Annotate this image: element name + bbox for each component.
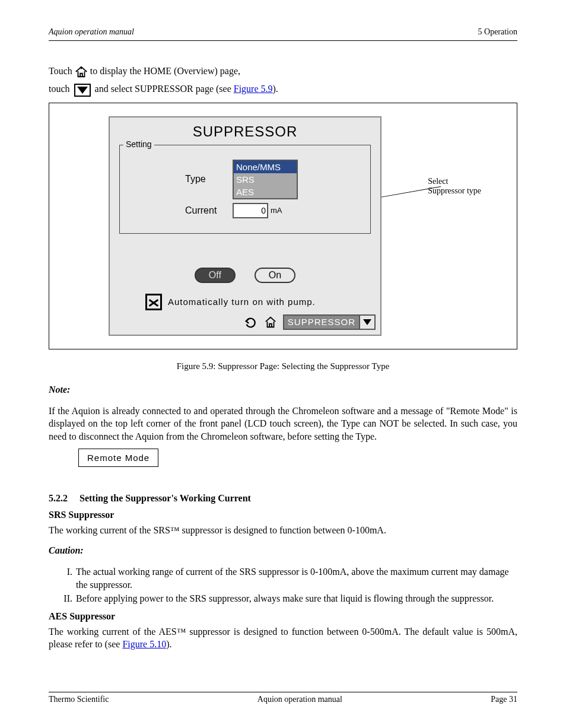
intro-line2: touch and select SUPPRESSOR page (see Fi… [49,82,517,96]
caution-item-2: Before applying power to the SRS suppres… [76,592,517,605]
section-number: 5.2.2 [49,493,68,504]
remote-mode-badge: Remote Mode [78,449,158,467]
dropdown-caret-icon [74,84,91,97]
header-right: 5 Operation [478,27,517,37]
intro-text: touch [49,84,72,94]
type-option-srs[interactable]: SRS [234,173,297,186]
subheading-aes: AES Suppressor [49,611,517,622]
note-title: Note: [49,384,517,395]
page-footer: Thermo Scientific Aquion operation manua… [49,692,517,704]
home-icon [75,65,88,79]
undo-icon[interactable] [243,314,258,330]
onoff-buttons: Off On [110,268,380,283]
annotation-text: Select [428,177,448,186]
chevron-down-icon [359,316,374,329]
aes-body-text: The working current of the AES™ suppress… [49,627,517,650]
suppressor-dialog: SUPPRESSOR Setting Type None/MMS SRS AES… [109,116,381,336]
subheading-srs: SRS Suppressor [49,510,517,520]
page-dropdown[interactable]: SUPPRESSOR [283,314,376,330]
aes-body: The working current of the AES™ suppress… [49,625,517,651]
note-body: If the Aquion is already connected to an… [49,405,517,443]
footer-rule [49,692,517,692]
on-button[interactable]: On [255,268,295,283]
section-title: Setting the Suppressor's Working Current [80,493,251,504]
header-rule [49,40,517,41]
intro-line1: Touch to display the HOME (Overview) pag… [49,65,517,79]
current-row: Current 0 mA [185,203,370,218]
settings-fieldset: Setting Type None/MMS SRS AES Current 0 … [119,145,371,234]
section-heading: 5.2.2 Setting the Suppressor's Working C… [49,493,517,504]
figure-link[interactable]: Figure 5.9 [234,84,273,94]
intro-text: ). [273,84,278,94]
footer-center: Aquion operation manual [257,695,342,704]
current-unit: mA [271,206,282,215]
figure-frame: Select Suppressor type SUPPRESSOR Settin… [49,103,517,349]
type-label: Type [185,174,233,185]
footer-left: Thermo Scientific [49,695,109,704]
figure-annotation: Select Suppressor type [428,177,481,196]
page-dropdown-value: SUPPRESSOR [284,316,359,329]
caution-list: The actual working range of current of t… [49,565,517,605]
intro-text: to display the HOME (Overview) page, [90,66,240,76]
fieldset-legend: Setting [123,139,154,149]
auto-on-label: Automatically turn on with pump. [168,297,316,307]
type-option-aes[interactable]: AES [234,186,297,198]
type-option-none[interactable]: None/MMS [234,161,297,173]
header-left: Aquion operation manual [49,27,134,37]
intro-text: and select SUPPRESSOR page (see [95,84,234,94]
figure-link-2[interactable]: Figure 5.10 [122,639,166,649]
intro-text: Touch [49,66,75,76]
home-icon-small[interactable] [263,314,278,330]
caution-item-1: The actual working range of current of t… [76,565,517,591]
off-button[interactable]: Off [195,268,236,283]
intro-block: Touch to display the HOME (Overview) pag… [49,65,517,97]
current-input[interactable]: 0 [233,203,268,218]
dialog-bottom-bar: SUPPRESSOR [243,314,376,330]
type-row: Type None/MMS SRS AES [185,160,370,199]
srs-body: The working current of the SRS™ suppress… [49,524,517,537]
running-header: Aquion operation manual 5 Operation [49,27,517,37]
caution-title: Caution: [49,545,517,556]
dialog-title: SUPPRESSOR [110,123,380,140]
aes-body-text: ). [166,639,171,649]
auto-on-row: Automatically turn on with pump. [145,294,380,310]
auto-on-checkbox[interactable] [145,294,162,310]
current-label: Current [185,205,233,216]
footer-right: Page 31 [491,695,517,704]
figure-caption: Figure 5.9: Suppressor Page: Selecting t… [49,361,517,371]
type-select[interactable]: None/MMS SRS AES [233,160,298,199]
